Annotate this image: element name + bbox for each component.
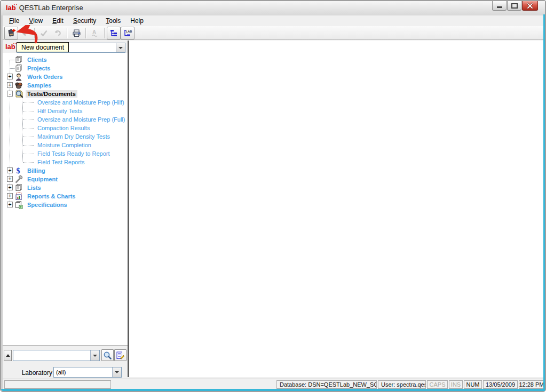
toolbar-separator bbox=[34, 28, 35, 38]
print-button[interactable] bbox=[69, 27, 83, 39]
menu-file[interactable]: File bbox=[4, 16, 24, 26]
tree-item-maximum-dry-density-tests[interactable]: Maximum Dry Density Tests bbox=[2, 132, 128, 141]
tree-item-equipment[interactable]: + Equipment bbox=[2, 175, 128, 183]
status-database: Database: DSN=QESTLab_NEW_SQ bbox=[276, 380, 377, 389]
tree-item-hilf-density-tests[interactable]: Hilf Density Tests bbox=[2, 107, 128, 115]
tree-label[interactable]: Specifications bbox=[26, 201, 69, 209]
document-selector-dropdown-button[interactable] bbox=[116, 43, 125, 52]
tree-item-reports-charts[interactable]: + Reports & Charts bbox=[2, 192, 128, 201]
tooltip: New document bbox=[17, 42, 69, 52]
expand-toggle[interactable]: + bbox=[7, 202, 13, 207]
svg-text:LAB: LAB bbox=[126, 30, 132, 33]
expand-toggle[interactable]: + bbox=[7, 167, 13, 173]
tree-item-billing[interactable]: + $ Billing bbox=[2, 166, 128, 175]
tree-view-icon bbox=[109, 29, 118, 37]
tree-item-compaction-results[interactable]: Compaction Results bbox=[2, 124, 128, 132]
window-border bbox=[1, 389, 545, 391]
search-dropdown-button[interactable] bbox=[90, 350, 99, 361]
tree-label[interactable]: Billing bbox=[26, 167, 47, 174]
tree-label[interactable]: Maximum Dry Density Tests bbox=[36, 133, 112, 140]
laboratory-dropdown-button[interactable] bbox=[112, 367, 121, 377]
tree-label[interactable]: Lists bbox=[26, 184, 43, 191]
spelling-icon: A bbox=[91, 29, 99, 37]
tree-label[interactable]: Oversize and Moisture Prep (Hilf) bbox=[36, 99, 126, 106]
tree-item-projects[interactable]: Projects bbox=[2, 64, 128, 73]
menu-tools[interactable]: Tools bbox=[101, 16, 125, 26]
back-button[interactable] bbox=[18, 27, 32, 39]
menu-security[interactable]: Security bbox=[68, 16, 101, 26]
collapse-toggle[interactable]: - bbox=[7, 91, 13, 97]
svg-text:$: $ bbox=[17, 167, 20, 175]
tree-label[interactable]: Equipment bbox=[26, 175, 59, 183]
chevron-down-icon bbox=[118, 47, 123, 49]
search-document-icon bbox=[14, 90, 23, 98]
tree-label-selected[interactable]: Tests/Documents bbox=[26, 90, 77, 98]
dollar-icon: $ bbox=[14, 166, 23, 175]
search-combo[interactable] bbox=[13, 350, 100, 361]
tree-label[interactable]: Projects bbox=[26, 65, 52, 72]
search-panel: Laboratory (all) bbox=[2, 345, 128, 378]
expand-toggle[interactable]: + bbox=[7, 82, 13, 88]
documents-icon bbox=[14, 183, 23, 192]
chevron-down-icon bbox=[93, 355, 97, 357]
edit-notes-button[interactable] bbox=[114, 349, 126, 361]
main-client-area bbox=[129, 41, 543, 377]
close-icon bbox=[526, 3, 534, 9]
status-user: User: spectra.qest bbox=[378, 380, 426, 389]
tree-item-samples[interactable]: + Samples bbox=[2, 81, 128, 90]
expand-toggle[interactable]: + bbox=[7, 176, 13, 182]
menu-view[interactable]: View bbox=[24, 16, 48, 26]
tree-label[interactable]: Samples bbox=[26, 82, 53, 89]
tree-item-work-orders[interactable]: + Work Orders bbox=[2, 73, 128, 81]
check-icon bbox=[39, 29, 48, 37]
tree-item-clients[interactable]: Clients bbox=[2, 55, 128, 64]
tree-label[interactable]: Hilf Density Tests bbox=[36, 107, 84, 115]
laboratory-combo[interactable]: (all) bbox=[53, 367, 122, 378]
apply-button[interactable] bbox=[37, 27, 51, 39]
tree-item-oversize-moisture-full[interactable]: Oversize and Moisture Prep (Full) bbox=[2, 115, 128, 124]
undo-icon bbox=[53, 29, 62, 37]
spelling-button[interactable]: A bbox=[88, 27, 102, 39]
chart-document-icon bbox=[14, 192, 23, 201]
tree-label[interactable]: Moisture Completion bbox=[36, 141, 93, 149]
expand-toggle[interactable]: + bbox=[7, 193, 13, 199]
tree-label[interactable]: Oversize and Moisture Prep (Full) bbox=[36, 116, 126, 123]
tree-lab-view-icon: LAB bbox=[123, 29, 132, 37]
undo-button[interactable] bbox=[51, 27, 65, 39]
scroll-up-button[interactable] bbox=[4, 350, 12, 361]
tree-label[interactable]: Work Orders bbox=[26, 73, 64, 81]
tree-item-field-test-reports[interactable]: Field Test Reports bbox=[2, 158, 128, 166]
laboratory-value: (all) bbox=[54, 369, 112, 375]
status-time: 12:28 PM bbox=[519, 380, 544, 389]
tree-label[interactable]: Compaction Results bbox=[36, 124, 91, 132]
tree-view-button[interactable] bbox=[107, 27, 121, 39]
tree-item-tests-documents[interactable]: - Tests/Documents bbox=[2, 90, 128, 98]
tree-label[interactable]: Reports & Charts bbox=[26, 193, 77, 200]
tree-item-specifications[interactable]: + Specifications bbox=[2, 201, 128, 209]
menu-edit[interactable]: Edit bbox=[48, 16, 68, 26]
close-button[interactable] bbox=[522, 1, 538, 11]
status-caps: CAPS bbox=[427, 380, 448, 389]
tree-lab-view-button[interactable]: LAB bbox=[121, 27, 134, 39]
back-arrow-icon bbox=[21, 29, 29, 37]
expand-toggle[interactable]: + bbox=[7, 74, 13, 79]
tree-label[interactable]: Field Test Reports bbox=[36, 158, 86, 166]
tree-label[interactable]: Field Tests Ready to Report bbox=[36, 150, 112, 157]
restore-button[interactable] bbox=[507, 1, 521, 11]
new-document-button[interactable] bbox=[4, 27, 18, 39]
app-logo-icon: lab·· bbox=[6, 4, 16, 12]
status-num: NUM bbox=[464, 380, 482, 389]
status-left-panel bbox=[4, 380, 111, 389]
chevron-down-icon bbox=[115, 371, 119, 373]
minimize-icon bbox=[497, 6, 502, 8]
search-button[interactable] bbox=[101, 349, 114, 361]
tree-item-lists[interactable]: + Lists bbox=[2, 183, 128, 192]
menu-help[interactable]: Help bbox=[125, 16, 148, 26]
new-document-icon bbox=[7, 28, 16, 37]
tree-item-moisture-completion[interactable]: Moisture Completion bbox=[2, 141, 128, 149]
tree-label[interactable]: Clients bbox=[26, 56, 49, 63]
expand-toggle[interactable]: + bbox=[7, 185, 13, 190]
minimize-button[interactable] bbox=[492, 1, 507, 11]
tree-item-oversize-moisture-hilf[interactable]: Oversize and Moisture Prep (Hilf) bbox=[2, 98, 128, 107]
tree-item-field-tests-ready[interactable]: Field Tests Ready to Report bbox=[2, 149, 128, 158]
